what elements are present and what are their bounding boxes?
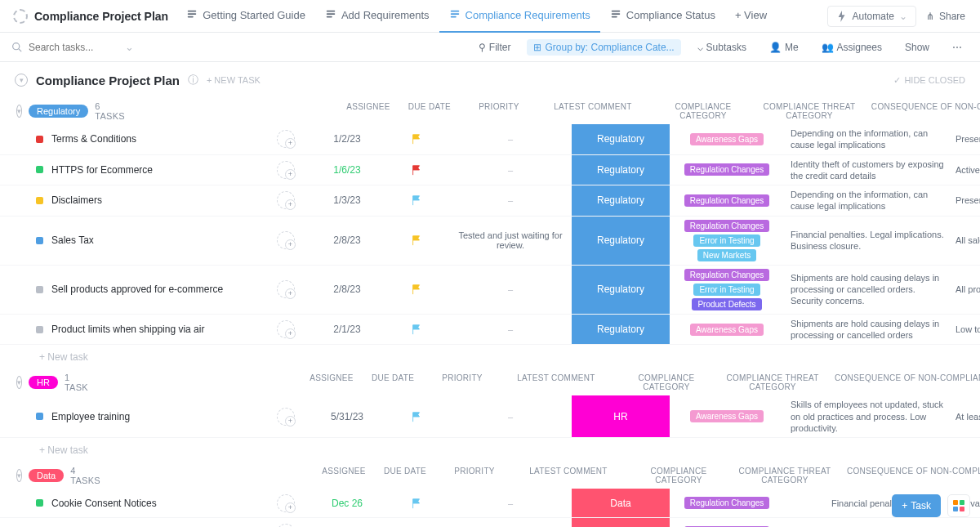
groupby-button[interactable]: ⊞Group by: Compliance Cate... (527, 39, 680, 56)
status-square[interactable] (36, 286, 43, 293)
assignee-placeholder-icon[interactable] (277, 408, 295, 426)
due-cell[interactable]: 1/6/23 (310, 155, 384, 185)
collapse-icon[interactable]: ▾ (16, 105, 22, 118)
col-due[interactable]: DUE DATE (368, 467, 442, 485)
status-square[interactable] (36, 237, 43, 244)
col-assignee[interactable]: ASSIGNEE (319, 467, 368, 485)
due-cell[interactable]: 2/1/23 (310, 315, 384, 345)
apps-button[interactable] (947, 494, 970, 517)
col-category[interactable]: COMPLIANCE CATEGORY (654, 102, 752, 120)
task-name-cell[interactable]: Product limits when shipping via air (36, 315, 261, 345)
col-threat[interactable]: COMPLIANCE THREAT CATEGORY (728, 467, 842, 485)
status-square[interactable] (36, 136, 43, 143)
status-square[interactable] (36, 197, 43, 204)
task-row[interactable]: HTTPS for Ecommerce1/6/23–RegulatoryRegu… (0, 155, 980, 186)
assignee-placeholder-icon[interactable] (277, 320, 295, 338)
filter-button[interactable]: ⚲Filter (472, 39, 518, 56)
group-tag[interactable]: Data (29, 469, 64, 482)
category-cell[interactable]: Regulatory (572, 217, 670, 265)
tab-4[interactable]: + View (725, 0, 777, 33)
subtasks-button[interactable]: ⌵Subtasks (691, 39, 753, 56)
priority-cell[interactable] (384, 315, 449, 345)
status-square[interactable] (36, 499, 43, 507)
task-row[interactable]: Disclaimers1/3/23–RegulatoryRegulation C… (0, 185, 980, 217)
status-square[interactable] (36, 413, 43, 420)
comment-cell[interactable]: – (449, 124, 572, 154)
threat-cell[interactable]: Awareness Gaps (670, 315, 784, 345)
threat-cell[interactable]: Regulation Changes (670, 155, 784, 185)
threat-chip[interactable]: Regulation Changes (684, 194, 770, 207)
col-category[interactable]: COMPLIANCE CATEGORY (630, 467, 728, 485)
threat-chip[interactable]: Error in Testing (693, 284, 760, 296)
show-button[interactable]: Show (898, 39, 936, 56)
category-cell[interactable]: HR (572, 395, 670, 437)
due-cell[interactable]: Dec 26 (310, 489, 384, 517)
collapse-icon[interactable]: ▾ (16, 469, 22, 482)
task-name-cell[interactable]: HTTPS for Ecommerce (36, 155, 261, 185)
assignee-placeholder-icon[interactable] (277, 161, 295, 179)
threat-chip[interactable]: Awareness Gaps (690, 133, 764, 145)
assignee-placeholder-icon[interactable] (277, 280, 295, 298)
col-comment[interactable]: LATEST COMMENT (507, 467, 630, 485)
task-name-cell[interactable]: GDPR (36, 518, 261, 527)
category-cell[interactable]: Regulatory (572, 124, 670, 154)
due-cell[interactable]: 1/6/23 (310, 518, 384, 527)
task-row[interactable]: Cookie Consent NoticesDec 26–DataRegulat… (0, 489, 980, 518)
tab-0[interactable]: Getting Started Guide (176, 0, 315, 33)
me-button[interactable]: 👤Me (763, 39, 805, 56)
assignee-cell[interactable] (261, 315, 310, 345)
threat-cell[interactable]: Regulation ChangesError in TestingNew Ma… (670, 217, 784, 265)
category-cell[interactable]: Regulatory (572, 266, 670, 314)
comment-cell[interactable]: Tested and just waiting for review. (449, 217, 572, 265)
assignee-placeholder-icon[interactable] (277, 130, 295, 148)
task-name-cell[interactable]: Cookie Consent Notices (36, 489, 261, 517)
chevron-down-icon[interactable]: ⌄ (125, 41, 134, 53)
col-assignee[interactable]: ASSIGNEE (344, 102, 393, 120)
threat-cell[interactable]: Awareness Gaps (670, 395, 784, 437)
due-cell[interactable]: 1/2/23 (310, 124, 384, 154)
status-square[interactable] (36, 166, 43, 173)
comment-cell[interactable]: – (449, 315, 572, 345)
tab-3[interactable]: Compliance Status (600, 0, 725, 33)
comment-cell[interactable]: – (449, 518, 572, 527)
category-cell[interactable]: Regulatory (572, 185, 670, 216)
assignee-cell[interactable] (261, 395, 310, 437)
col-due[interactable]: DUE DATE (393, 102, 466, 120)
info-icon[interactable]: ⓘ (188, 73, 198, 87)
assignee-cell[interactable] (261, 155, 310, 185)
col-comment[interactable]: LATEST COMMENT (495, 373, 617, 391)
category-cell[interactable]: Data (572, 518, 670, 527)
priority-cell[interactable] (384, 518, 449, 527)
category-cell[interactable]: Regulatory (572, 155, 670, 185)
assignee-cell[interactable] (261, 489, 310, 517)
priority-cell[interactable] (384, 155, 449, 185)
task-name-cell[interactable]: Sell products approved for e-commerce (36, 266, 261, 314)
category-cell[interactable]: Data (572, 489, 670, 517)
share-button[interactable]: ⋔ Share (918, 6, 973, 27)
assignee-cell[interactable] (261, 124, 310, 154)
threat-chip[interactable]: Regulation Changes (684, 163, 770, 176)
col-priority[interactable]: PRIORITY (442, 467, 507, 485)
assignee-cell[interactable] (261, 266, 310, 314)
status-square[interactable] (36, 326, 43, 333)
task-row[interactable]: Terms & Conditions1/2/23–RegulatoryAware… (0, 124, 980, 155)
col-due[interactable]: DUE DATE (356, 373, 430, 391)
comment-cell[interactable]: – (449, 185, 572, 216)
tab-2[interactable]: Compliance Requirements (439, 0, 600, 33)
threat-chip[interactable]: Product Defects (692, 298, 761, 310)
task-row[interactable]: GDPR1/6/23–DataRegulation ChangesFinanci… (0, 518, 980, 527)
threat-chip[interactable]: Awareness Gaps (690, 410, 764, 422)
assignee-placeholder-icon[interactable] (277, 494, 295, 512)
col-threat[interactable]: COMPLIANCE THREAT CATEGORY (752, 102, 866, 120)
threat-cell[interactable]: Regulation Changes (670, 489, 784, 517)
task-name-cell[interactable]: Disclaimers (36, 185, 261, 216)
new-task-row[interactable]: + New task (0, 345, 980, 369)
priority-cell[interactable] (384, 185, 449, 216)
threat-chip[interactable]: Error in Testing (693, 234, 760, 247)
col-priority[interactable]: PRIORITY (466, 102, 532, 120)
col-consequence[interactable]: CONSEQUENCE OF NON-COMPLIANCE (866, 102, 980, 120)
threat-chip[interactable]: Awareness Gaps (690, 324, 764, 336)
priority-cell[interactable] (384, 489, 449, 517)
due-cell[interactable]: 5/31/23 (310, 395, 384, 437)
task-name-cell[interactable]: Terms & Conditions (36, 124, 261, 154)
